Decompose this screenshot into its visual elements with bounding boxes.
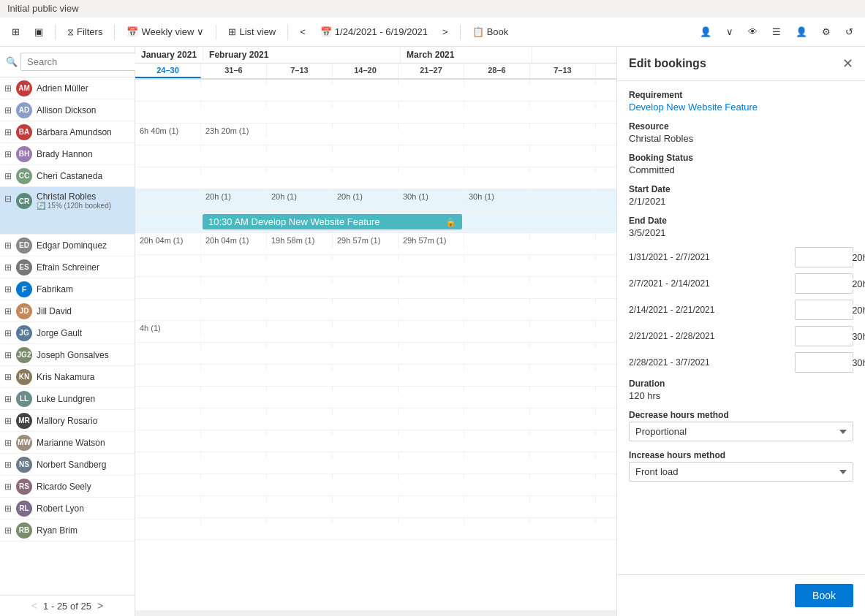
cal-cell xyxy=(398,343,464,349)
week-21-27: 21–27 xyxy=(398,64,464,78)
toggle-sidebar-btn[interactable]: ⊞ xyxy=(6,23,26,40)
collapse-icon: ▣ xyxy=(34,26,43,37)
hours-value-2[interactable] xyxy=(796,305,865,316)
decrease-hours-label: Decrease hours method xyxy=(629,410,853,420)
list-item[interactable]: ⊞ KN Kris Nakamura xyxy=(0,366,135,388)
filter-icon: ⧖ xyxy=(67,26,74,38)
prev-page-btn[interactable]: < xyxy=(31,600,37,612)
hours-value-1[interactable] xyxy=(796,278,865,289)
increase-hours-select[interactable]: Front load Back load Proportional xyxy=(629,462,853,482)
list-item[interactable]: ⊞ CC Cheri Castaneda xyxy=(0,165,135,187)
avatar: JG xyxy=(16,325,32,341)
resource-sub: 🔄 15% (120h booked) xyxy=(37,202,111,210)
cal-cell xyxy=(201,102,267,107)
cal-cell: 20h 04m (1) xyxy=(201,233,267,248)
avatar: KN xyxy=(16,369,32,385)
expand-icon: ⊞ xyxy=(4,394,12,404)
horizontal-scrollbar[interactable] xyxy=(135,610,616,616)
date-range-row-4: 2/28/2021 - 3/7/2021 ▲ ▼ xyxy=(629,352,853,373)
resource-name: Joseph Gonsalves xyxy=(37,350,109,360)
cal-cell xyxy=(333,167,398,173)
hours-input-2[interactable]: ▲ ▼ xyxy=(795,300,853,320)
table-row: 6h 40m (1) 23h 20m (1) xyxy=(135,123,616,145)
cal-cell xyxy=(333,102,398,107)
book-button[interactable]: Book xyxy=(795,584,853,607)
cal-cell xyxy=(267,321,333,327)
chevron-right-icon: > xyxy=(442,26,448,37)
resource-icon-btn[interactable]: 👤 xyxy=(694,23,717,40)
panel-body: Requirement Develop New Website Feature … xyxy=(617,81,865,574)
list-item[interactable]: ⊞ JG Jorge Gault xyxy=(0,322,135,344)
avatar: BA xyxy=(16,124,32,140)
table-row xyxy=(135,102,616,123)
expand-icon: ⊞ xyxy=(4,438,12,448)
cal-cell xyxy=(333,80,398,85)
list-item[interactable]: ⊞ RB Ryan Brim xyxy=(0,520,135,541)
week-24-30: 24–30 xyxy=(135,64,201,78)
avatar: LL xyxy=(16,391,32,407)
cal-cell xyxy=(398,102,464,107)
hours-input-4[interactable]: ▲ ▼ xyxy=(795,352,853,373)
list-item[interactable]: ⊞ ES Efrain Schreiner xyxy=(0,256,135,278)
list-item[interactable]: ⊞ NS Norbert Sandberg xyxy=(0,454,135,476)
date-range-row-3: 2/21/2021 - 2/28/2021 ▲ ▼ xyxy=(629,326,853,346)
rows-btn[interactable]: ☰ xyxy=(766,23,787,40)
list-item[interactable]: ⊞ BH Brady Hannon xyxy=(0,143,135,165)
list-item[interactable]: ⊞ JD Jill David xyxy=(0,300,135,322)
decrease-hours-select[interactable]: Proportional Front load Back load xyxy=(629,422,853,441)
hours-input-1[interactable]: ▲ ▼ xyxy=(795,273,853,294)
list-item[interactable]: ⊞ RS Ricardo Seely xyxy=(0,476,135,498)
event-bar[interactable]: 10:30 AM Develop New Website Feature 🔒 xyxy=(203,214,462,229)
filters-btn[interactable]: ⧖ Filters xyxy=(61,23,108,41)
list-item[interactable]: ⊞ JG2 Joseph Gonsalves xyxy=(0,344,135,366)
list-item[interactable]: ⊞ MW Marianne Watson xyxy=(0,432,135,454)
hours-input-0[interactable]: ▲ ▼ xyxy=(795,247,853,267)
table-row xyxy=(135,408,616,430)
settings-btn[interactable]: ⚙ xyxy=(816,23,836,40)
person-btn[interactable]: 👤 xyxy=(790,23,813,40)
list-view-btn[interactable]: ⊞ List view xyxy=(222,23,282,40)
cal-cell xyxy=(530,299,596,305)
list-item[interactable]: ⊞ F Fabrikam xyxy=(0,278,135,300)
list-item[interactable]: ⊞ AD Allison Dickson xyxy=(0,99,135,121)
list-item-selected[interactable]: ⊟ CR Christal Robles 🔄 15% (120h booked) xyxy=(0,187,135,235)
avatar: F xyxy=(16,281,32,297)
next-page-btn[interactable]: > xyxy=(97,600,103,612)
refresh-btn[interactable]: ↺ xyxy=(839,23,859,40)
hours-value-0[interactable] xyxy=(796,252,865,263)
expand-icon: ⊞ xyxy=(4,525,12,536)
list-item[interactable]: ⊞ AM Adrien Müller xyxy=(0,77,135,99)
start-date-label: Start Date xyxy=(629,184,853,194)
hours-value-4[interactable] xyxy=(796,357,865,368)
weekly-view-btn[interactable]: 📅 Weekly view ∨ xyxy=(121,23,210,40)
cal-cell xyxy=(530,365,596,370)
hours-input-3[interactable]: ▲ ▼ xyxy=(795,326,853,346)
month-feb: February 2021 xyxy=(203,47,401,63)
date-range-btn[interactable]: 📅 1/24/2021 - 6/19/2021 xyxy=(314,23,434,40)
cal-cell xyxy=(201,474,267,480)
panel-header: Edit bookings ✕ xyxy=(617,47,865,81)
cal-cell xyxy=(464,123,530,129)
prev-date-btn[interactable]: < xyxy=(294,23,311,40)
hours-value-3[interactable] xyxy=(796,331,865,342)
booking-status-label: Booking Status xyxy=(629,153,853,163)
book-toolbar-btn[interactable]: 📋 Book xyxy=(467,23,515,40)
eye-btn[interactable]: 👁 xyxy=(742,23,763,40)
cal-cell xyxy=(333,365,398,370)
next-date-btn[interactable]: > xyxy=(437,23,454,40)
list-item[interactable]: ⊞ MR Mallory Rosario xyxy=(0,410,135,432)
avatar: AM xyxy=(16,80,32,96)
list-item[interactable]: ⊞ RL Robert Lyon xyxy=(0,498,135,520)
collapse-btn[interactable]: ▣ xyxy=(29,23,49,40)
table-row xyxy=(135,167,616,189)
expand-icon: ⊞ xyxy=(4,105,12,115)
list-item[interactable]: ⊞ ED Edgar Dominquez xyxy=(0,235,135,256)
list-item[interactable]: ⊞ BA Bárbara Amundson xyxy=(0,121,135,143)
month-row: January 2021 February 2021 March 2021 xyxy=(135,47,616,64)
cal-cell xyxy=(201,387,267,392)
chevron-down2-btn[interactable]: ∨ xyxy=(720,23,739,40)
list-item[interactable]: ⊞ LL Luke Lundgren xyxy=(0,388,135,410)
close-panel-btn[interactable]: ✕ xyxy=(842,56,853,72)
sidebar-icon: ⊞ xyxy=(12,26,20,37)
event-label: 10:30 AM Develop New Website Feature xyxy=(208,216,380,227)
